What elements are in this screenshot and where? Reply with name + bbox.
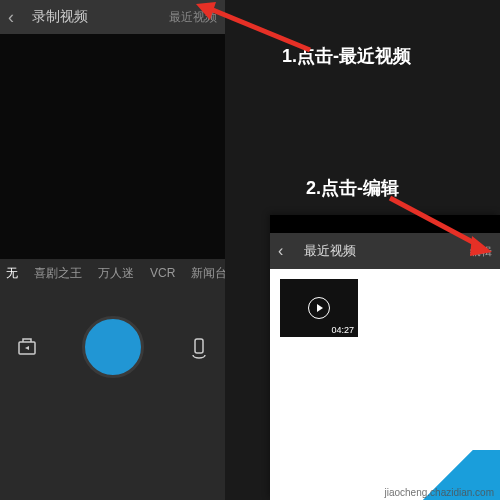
filter-categories[interactable]: 无 喜剧之王 万人迷 VCR 新闻台 心情	[0, 259, 225, 287]
cat-comedy[interactable]: 喜剧之王	[34, 265, 82, 282]
play-icon	[308, 297, 330, 319]
camera-preview	[0, 34, 225, 259]
recording-screen: ‹ 录制视频 最近视频 无 喜剧之王 万人迷 VCR 新闻台 心情	[0, 0, 225, 500]
svg-marker-2	[196, 2, 216, 20]
back-icon[interactable]: ‹	[278, 242, 298, 260]
cat-charming[interactable]: 万人迷	[98, 265, 134, 282]
back-icon[interactable]: ‹	[8, 7, 28, 28]
video-duration: 04:27	[331, 325, 354, 335]
cat-vcr[interactable]: VCR	[150, 266, 175, 280]
video-thumbnail[interactable]: 04:27	[280, 279, 358, 337]
gallery-icon[interactable]	[14, 334, 40, 360]
watermark-credit: jiaocheng.chazidian.com	[384, 487, 494, 498]
cat-none[interactable]: 无	[6, 265, 18, 282]
record-button[interactable]	[82, 316, 144, 378]
arrow-step2	[380, 190, 500, 264]
page-title-recording: 录制视频	[28, 8, 169, 26]
recording-controls	[0, 287, 225, 407]
flip-camera-icon[interactable]	[186, 334, 212, 360]
svg-marker-3	[470, 236, 492, 256]
arrow-step1	[190, 0, 330, 59]
cat-news[interactable]: 新闻台	[191, 265, 225, 282]
svg-rect-1	[195, 339, 203, 353]
video-gallery: 04:27	[270, 269, 500, 347]
